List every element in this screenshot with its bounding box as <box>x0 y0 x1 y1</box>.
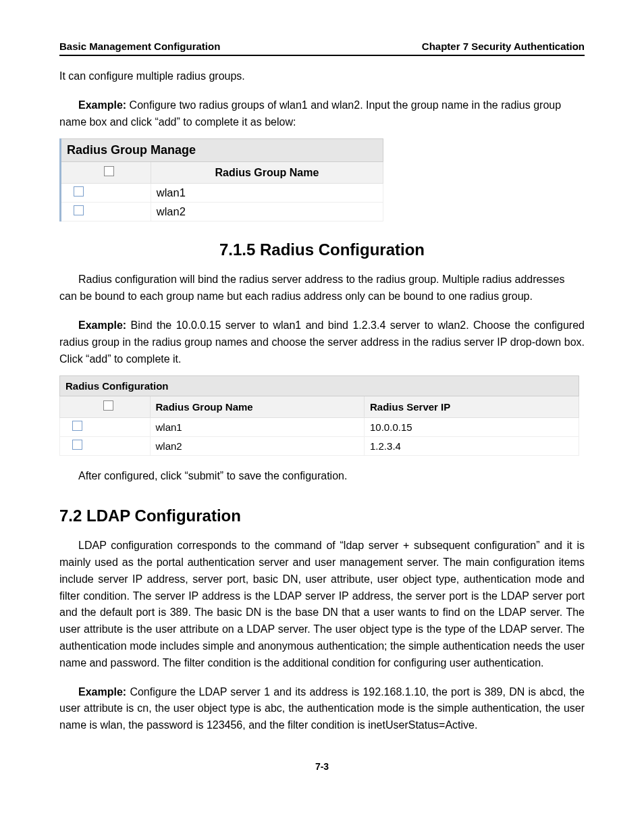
radius-group-manage-table: Radius Group Manage Radius Group Name wl… <box>59 138 383 221</box>
cell-group-name: wlan1 <box>151 184 383 203</box>
col-header-server-ip: Radius Server IP <box>365 396 579 418</box>
table-title: Radius Group Manage <box>61 139 383 162</box>
section-7-2-text: LDAP configuration corresponds to the co… <box>59 540 585 669</box>
table-row: wlan1 10.0.0.15 <box>60 418 579 437</box>
checkbox-icon[interactable] <box>72 440 82 450</box>
running-head-right: Chapter 7 Security Authentication <box>422 41 585 52</box>
after-table-2-text: After configured, click “submit” to save… <box>78 470 347 481</box>
running-head-left: Basic Management Configuration <box>59 41 220 52</box>
example-2-text: Bind the 10.0.0.15 server to wlan1 and b… <box>59 319 585 365</box>
example-label: Example: <box>78 319 126 331</box>
example-1: Example: Configure two radius groups of … <box>59 97 585 131</box>
checkbox-icon[interactable] <box>74 205 84 215</box>
heading-7-1-5: 7.1.5 Radius Configuration <box>59 240 585 259</box>
example-2: Example: Bind the 10.0.0.15 server to wl… <box>59 317 585 367</box>
section-7-2-paragraph: LDAP configuration corresponds to the co… <box>59 538 585 671</box>
example-label: Example: <box>78 686 126 698</box>
checkbox-icon[interactable] <box>104 166 114 176</box>
intro-paragraph: It can configure multiple radius groups. <box>59 68 585 85</box>
table-row: wlan2 <box>61 203 383 221</box>
section-7-1-5-paragraph: Radius configuration will bind the radiu… <box>59 271 585 305</box>
page-number: 7-3 <box>59 761 585 772</box>
heading-7-2: 7.2 LDAP Configuration <box>59 506 585 525</box>
table-row: wlan1 <box>61 184 383 203</box>
cell-group-name: wlan2 <box>151 203 383 221</box>
example-1-text: Configure two radius groups of wlan1 and… <box>59 99 561 128</box>
table-title: Radius Configuration <box>60 376 579 396</box>
document-page: Basic Management Configuration Chapter 7… <box>0 0 644 834</box>
cell-group-name: wlan2 <box>150 437 365 456</box>
radius-configuration-table: Radius Configuration Radius Group Name R… <box>59 375 579 456</box>
checkbox-icon[interactable] <box>103 400 113 411</box>
cell-group-name: wlan1 <box>150 418 365 437</box>
after-table-2: After configured, click “submit” to save… <box>59 468 585 485</box>
example-3: Example: Configure the LDAP server 1 and… <box>59 684 585 734</box>
checkbox-icon[interactable] <box>72 421 82 431</box>
col-header-group-name: Radius Group Name <box>151 162 383 184</box>
header-checkbox-cell <box>61 162 151 184</box>
example-label: Example: <box>78 99 126 111</box>
header-checkbox-cell <box>60 396 151 418</box>
checkbox-icon[interactable] <box>74 186 84 197</box>
col-header-group-name: Radius Group Name <box>150 396 365 418</box>
table-row: wlan2 1.2.3.4 <box>60 437 579 456</box>
running-head: Basic Management Configuration Chapter 7… <box>59 41 585 56</box>
cell-server-ip: 10.0.0.15 <box>365 418 579 437</box>
section-7-1-5-text: Radius configuration will bind the radiu… <box>59 273 564 302</box>
cell-server-ip: 1.2.3.4 <box>365 437 579 456</box>
example-3-text: Configure the LDAP server 1 and its addr… <box>59 686 585 731</box>
